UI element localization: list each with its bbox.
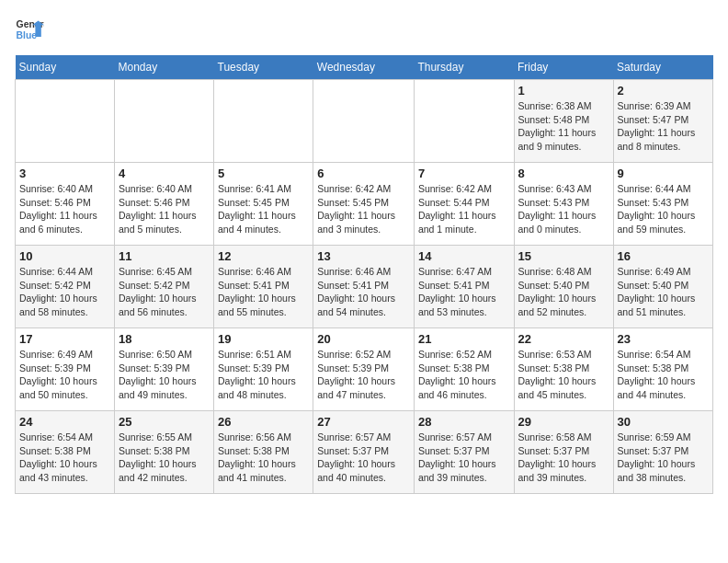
calendar-cell xyxy=(313,80,415,163)
day-detail: Sunrise: 6:43 AM Sunset: 5:43 PM Dayligh… xyxy=(518,182,609,236)
calendar-cell: 28Sunrise: 6:57 AM Sunset: 5:37 PM Dayli… xyxy=(414,411,514,494)
day-number: 30 xyxy=(618,415,710,429)
day-number: 5 xyxy=(218,167,309,180)
logo: General Blue xyxy=(15,15,44,44)
calendar-cell: 8Sunrise: 6:43 AM Sunset: 5:43 PM Daylig… xyxy=(514,163,613,246)
calendar-cell: 20Sunrise: 6:52 AM Sunset: 5:39 PM Dayli… xyxy=(313,328,415,411)
week-row-3: 10Sunrise: 6:44 AM Sunset: 5:42 PM Dayli… xyxy=(16,246,713,328)
page-header: General Blue xyxy=(15,15,713,44)
day-number: 10 xyxy=(19,249,110,263)
day-detail: Sunrise: 6:39 AM Sunset: 5:47 PM Dayligh… xyxy=(618,99,710,154)
day-number: 9 xyxy=(618,167,710,180)
day-number: 15 xyxy=(518,249,609,263)
day-number: 1 xyxy=(518,84,609,98)
calendar-cell: 18Sunrise: 6:50 AM Sunset: 5:39 PM Dayli… xyxy=(114,328,213,411)
calendar-cell: 23Sunrise: 6:54 AM Sunset: 5:38 PM Dayli… xyxy=(613,328,713,411)
calendar-cell: 3Sunrise: 6:40 AM Sunset: 5:46 PM Daylig… xyxy=(16,163,115,246)
calendar-cell xyxy=(114,80,213,163)
calendar-cell: 10Sunrise: 6:44 AM Sunset: 5:42 PM Dayli… xyxy=(16,246,115,328)
day-number: 26 xyxy=(218,415,309,429)
day-number: 23 xyxy=(618,332,710,346)
calendar-cell: 7Sunrise: 6:42 AM Sunset: 5:44 PM Daylig… xyxy=(414,163,514,246)
logo-icon: General Blue xyxy=(15,15,44,44)
day-detail: Sunrise: 6:41 AM Sunset: 5:45 PM Dayligh… xyxy=(218,182,309,236)
calendar-cell: 9Sunrise: 6:44 AM Sunset: 5:43 PM Daylig… xyxy=(613,163,713,246)
day-detail: Sunrise: 6:59 AM Sunset: 5:37 PM Dayligh… xyxy=(618,431,710,485)
weekday-header-wednesday: Wednesday xyxy=(313,55,415,80)
day-number: 3 xyxy=(19,167,110,180)
calendar-body: 1Sunrise: 6:38 AM Sunset: 5:48 PM Daylig… xyxy=(16,80,713,494)
week-row-5: 24Sunrise: 6:54 AM Sunset: 5:38 PM Dayli… xyxy=(16,411,713,494)
svg-text:Blue: Blue xyxy=(17,30,38,40)
day-number: 24 xyxy=(19,415,110,429)
day-detail: Sunrise: 6:55 AM Sunset: 5:38 PM Dayligh… xyxy=(119,431,210,485)
day-number: 2 xyxy=(618,84,710,98)
calendar-cell xyxy=(414,80,514,163)
calendar-cell: 11Sunrise: 6:45 AM Sunset: 5:42 PM Dayli… xyxy=(114,246,213,328)
week-row-2: 3Sunrise: 6:40 AM Sunset: 5:46 PM Daylig… xyxy=(16,163,713,246)
calendar-cell: 17Sunrise: 6:49 AM Sunset: 5:39 PM Dayli… xyxy=(16,328,115,411)
day-number: 8 xyxy=(518,167,609,180)
calendar-cell: 16Sunrise: 6:49 AM Sunset: 5:40 PM Dayli… xyxy=(613,246,713,328)
day-detail: Sunrise: 6:57 AM Sunset: 5:37 PM Dayligh… xyxy=(418,431,510,485)
day-number: 27 xyxy=(317,415,410,429)
day-number: 6 xyxy=(317,167,410,180)
weekday-header-sunday: Sunday xyxy=(16,55,115,80)
calendar-cell: 25Sunrise: 6:55 AM Sunset: 5:38 PM Dayli… xyxy=(114,411,213,494)
calendar-cell: 12Sunrise: 6:46 AM Sunset: 5:41 PM Dayli… xyxy=(214,246,313,328)
calendar-cell xyxy=(16,80,115,163)
day-detail: Sunrise: 6:49 AM Sunset: 5:39 PM Dayligh… xyxy=(19,348,110,402)
day-detail: Sunrise: 6:40 AM Sunset: 5:46 PM Dayligh… xyxy=(19,182,110,236)
day-detail: Sunrise: 6:51 AM Sunset: 5:39 PM Dayligh… xyxy=(218,348,309,402)
day-number: 11 xyxy=(119,249,210,263)
calendar-cell: 14Sunrise: 6:47 AM Sunset: 5:41 PM Dayli… xyxy=(414,246,514,328)
day-number: 12 xyxy=(218,249,309,263)
day-detail: Sunrise: 6:49 AM Sunset: 5:40 PM Dayligh… xyxy=(618,265,710,319)
day-detail: Sunrise: 6:38 AM Sunset: 5:48 PM Dayligh… xyxy=(518,99,609,154)
day-detail: Sunrise: 6:44 AM Sunset: 5:43 PM Dayligh… xyxy=(618,182,710,236)
weekday-header-saturday: Saturday xyxy=(613,55,713,80)
day-detail: Sunrise: 6:42 AM Sunset: 5:45 PM Dayligh… xyxy=(317,182,410,236)
calendar-cell: 2Sunrise: 6:39 AM Sunset: 5:47 PM Daylig… xyxy=(613,80,713,163)
week-row-1: 1Sunrise: 6:38 AM Sunset: 5:48 PM Daylig… xyxy=(16,80,713,163)
weekday-header-friday: Friday xyxy=(514,55,613,80)
day-number: 20 xyxy=(317,332,410,346)
day-detail: Sunrise: 6:40 AM Sunset: 5:46 PM Dayligh… xyxy=(119,182,210,236)
calendar-cell: 13Sunrise: 6:46 AM Sunset: 5:41 PM Dayli… xyxy=(313,246,415,328)
calendar-cell: 15Sunrise: 6:48 AM Sunset: 5:40 PM Dayli… xyxy=(514,246,613,328)
calendar-cell: 4Sunrise: 6:40 AM Sunset: 5:46 PM Daylig… xyxy=(114,163,213,246)
day-detail: Sunrise: 6:50 AM Sunset: 5:39 PM Dayligh… xyxy=(119,348,210,402)
weekday-header-thursday: Thursday xyxy=(414,55,514,80)
weekday-header-row: SundayMondayTuesdayWednesdayThursdayFrid… xyxy=(16,55,713,80)
day-number: 14 xyxy=(418,249,510,263)
calendar-cell: 29Sunrise: 6:58 AM Sunset: 5:37 PM Dayli… xyxy=(514,411,613,494)
calendar-cell: 5Sunrise: 6:41 AM Sunset: 5:45 PM Daylig… xyxy=(214,163,313,246)
calendar-cell: 22Sunrise: 6:53 AM Sunset: 5:38 PM Dayli… xyxy=(514,328,613,411)
day-detail: Sunrise: 6:58 AM Sunset: 5:37 PM Dayligh… xyxy=(518,431,609,485)
day-detail: Sunrise: 6:52 AM Sunset: 5:38 PM Dayligh… xyxy=(418,348,510,402)
day-detail: Sunrise: 6:44 AM Sunset: 5:42 PM Dayligh… xyxy=(19,265,110,319)
day-detail: Sunrise: 6:54 AM Sunset: 5:38 PM Dayligh… xyxy=(19,431,110,485)
weekday-header-tuesday: Tuesday xyxy=(214,55,313,80)
day-detail: Sunrise: 6:45 AM Sunset: 5:42 PM Dayligh… xyxy=(119,265,210,319)
day-number: 21 xyxy=(418,332,510,346)
day-detail: Sunrise: 6:46 AM Sunset: 5:41 PM Dayligh… xyxy=(218,265,309,319)
calendar-cell: 21Sunrise: 6:52 AM Sunset: 5:38 PM Dayli… xyxy=(414,328,514,411)
day-detail: Sunrise: 6:57 AM Sunset: 5:37 PM Dayligh… xyxy=(317,431,410,485)
calendar-cell: 19Sunrise: 6:51 AM Sunset: 5:39 PM Dayli… xyxy=(214,328,313,411)
day-detail: Sunrise: 6:46 AM Sunset: 5:41 PM Dayligh… xyxy=(317,265,410,319)
calendar-table: SundayMondayTuesdayWednesdayThursdayFrid… xyxy=(15,55,713,494)
day-detail: Sunrise: 6:48 AM Sunset: 5:40 PM Dayligh… xyxy=(518,265,609,319)
calendar-cell: 6Sunrise: 6:42 AM Sunset: 5:45 PM Daylig… xyxy=(313,163,415,246)
day-number: 17 xyxy=(19,332,110,346)
calendar-cell: 26Sunrise: 6:56 AM Sunset: 5:38 PM Dayli… xyxy=(214,411,313,494)
day-detail: Sunrise: 6:52 AM Sunset: 5:39 PM Dayligh… xyxy=(317,348,410,402)
day-number: 19 xyxy=(218,332,309,346)
calendar-cell: 24Sunrise: 6:54 AM Sunset: 5:38 PM Dayli… xyxy=(16,411,115,494)
day-number: 4 xyxy=(119,167,210,180)
week-row-4: 17Sunrise: 6:49 AM Sunset: 5:39 PM Dayli… xyxy=(16,328,713,411)
day-number: 16 xyxy=(618,249,710,263)
day-number: 25 xyxy=(119,415,210,429)
day-number: 18 xyxy=(119,332,210,346)
day-number: 22 xyxy=(518,332,609,346)
